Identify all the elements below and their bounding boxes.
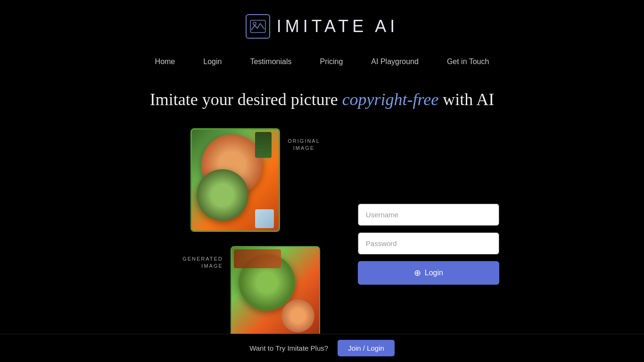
logo-area: IMITATE AI xyxy=(246,14,399,39)
original-image xyxy=(190,128,280,232)
main-content: ORIGINAL IMAGE GENERATED IMAGE ⊕ Login xyxy=(0,128,644,338)
username-input[interactable] xyxy=(358,204,499,226)
login-button[interactable]: ⊕ Login xyxy=(358,261,499,285)
nav-pricing[interactable]: Pricing xyxy=(320,58,343,66)
svg-rect-0 xyxy=(250,20,265,33)
login-button-icon: ⊕ xyxy=(414,268,421,278)
svg-point-1 xyxy=(253,22,256,25)
nav-contact[interactable]: Get in Touch xyxy=(447,58,489,66)
hero-title-highlight: copyright-free xyxy=(342,90,439,109)
food-bottle-2 xyxy=(255,209,274,228)
food-bottle-1 xyxy=(255,132,272,158)
hero-title-part2: with AI xyxy=(438,90,494,109)
gen-food-detail xyxy=(234,249,281,268)
logo-icon xyxy=(246,14,270,39)
bottom-bar: Want to Try Imitate Plus? Join / Login xyxy=(0,334,644,362)
generated-image-label: GENERATED IMAGE xyxy=(182,255,223,270)
original-image-block: ORIGINAL IMAGE xyxy=(190,128,320,232)
password-input[interactable] xyxy=(358,232,499,255)
nav-login[interactable]: Login xyxy=(203,58,222,66)
bottom-bar-join-button[interactable]: Join / Login xyxy=(338,340,395,356)
brand-name: IMITATE AI xyxy=(277,16,399,36)
generated-image xyxy=(231,246,320,338)
nav-home[interactable]: Home xyxy=(155,58,175,66)
images-column: ORIGINAL IMAGE GENERATED IMAGE xyxy=(145,128,320,338)
nav-playground[interactable]: AI Playground xyxy=(371,58,419,66)
login-button-label: Login xyxy=(425,269,443,277)
hero-title: Imitate your desired picture copyright-f… xyxy=(0,90,644,109)
login-form-column: ⊕ Login xyxy=(358,128,499,338)
original-image-label: ORIGINAL IMAGE xyxy=(288,138,320,152)
hero-section: Imitate your desired picture copyright-f… xyxy=(0,90,644,109)
nav-testimonials[interactable]: Testimonials xyxy=(250,58,291,66)
hero-title-part1: Imitate your desired picture xyxy=(150,90,342,109)
bottom-bar-text: Want to Try Imitate Plus? xyxy=(249,344,328,352)
generated-image-block: GENERATED IMAGE xyxy=(182,246,320,338)
header: IMITATE AI Home Login Testimonials Prici… xyxy=(0,0,644,90)
main-nav: Home Login Testimonials Pricing AI Playg… xyxy=(155,58,489,66)
